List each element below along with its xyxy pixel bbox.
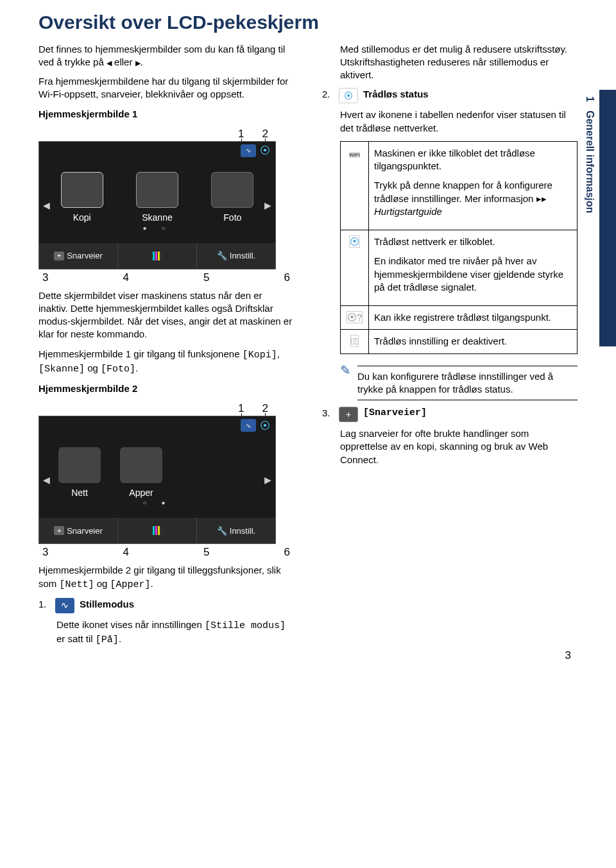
after-fig1: Dette skjermbildet viser maskinens statu… xyxy=(38,289,294,341)
home1-title: Hjemmeskjermbilde 1 xyxy=(38,108,294,121)
item-3-text: Lag snarveier for ofte brukte handlinger… xyxy=(340,427,578,466)
figure-1: 1 2 ∿ ⦿ ◀ ▶ Kopi xyxy=(38,127,294,285)
intro-1a: Det finnes to hjemmeskjermbilder som du … xyxy=(38,44,285,67)
innstill-label-2: Innstill. xyxy=(230,525,255,537)
intro-1: Det finnes to hjemmeskjermbilder som du … xyxy=(38,43,294,69)
r1b-a: Trykk på denne knappen for å konfigurere… xyxy=(374,180,552,203)
i1t-c: . xyxy=(119,633,121,644)
quiet-badge-icon: ∿ xyxy=(55,598,74,613)
snarveier-button-2[interactable]: + Snarveier xyxy=(39,518,118,543)
item-1-num: 1. xyxy=(38,598,50,611)
kopi-label: Kopi xyxy=(61,212,103,224)
callout-4b: 4 xyxy=(123,545,129,560)
lcd-screen-1: ∿ ⦿ ◀ ▶ Kopi Skanne xyxy=(38,141,276,269)
callout-3: 3 xyxy=(42,271,48,285)
callout-2b: 2 xyxy=(262,402,268,416)
arrows-icon: ▸▸ xyxy=(536,193,547,204)
ink-button[interactable] xyxy=(118,243,197,269)
af1b-end: . xyxy=(135,362,138,373)
callout-6: 6 xyxy=(284,271,290,285)
r1b-b: Hurtigstartguide xyxy=(374,206,442,217)
nav-left-icon[interactable]: ◀ xyxy=(43,200,50,212)
wifi-status-table: WIFI Maskinen er ikke tilkoblet det tråd… xyxy=(340,141,578,354)
item-1: 1. ∿ Stillemodus xyxy=(38,598,294,613)
plus-icon-2: + xyxy=(54,526,64,535)
r2a: Trådløst nettverk er tilkoblet. xyxy=(374,235,572,248)
skanne-label: Skanne xyxy=(136,212,178,224)
figure-2: 1 2 ∿ ⦿ ◀ ▶ Nett xyxy=(38,402,294,560)
callouts-bottom-1: 3 4 5 6 xyxy=(38,269,294,285)
foto-label: Foto xyxy=(211,212,253,224)
i1t-m2: [På] xyxy=(96,634,119,645)
foto-button[interactable]: Foto xyxy=(211,172,253,224)
wifi-text-icon: WIFI xyxy=(349,152,360,158)
ink-button-2[interactable] xyxy=(118,518,197,543)
af2-e: . xyxy=(151,578,153,589)
arrow-right-tri: ▶ xyxy=(135,59,141,67)
item-3-num: 3. xyxy=(322,407,334,420)
callout-1b: 1 xyxy=(238,402,244,416)
wifi-badge-icon: ⦿ xyxy=(339,88,358,103)
nett-button[interactable]: Nett xyxy=(58,447,101,499)
wifi-question-icon: ⦿? xyxy=(346,311,363,323)
callouts-top-2: 1 2 xyxy=(38,402,294,416)
table-row: ⦿ Trådløst nettverk er tilkoblet. En ind… xyxy=(341,230,578,306)
ink-icon-2 xyxy=(153,526,162,535)
item-2-num: 2. xyxy=(322,88,334,101)
innstill-button-2[interactable]: 🔧 Innstill. xyxy=(197,518,275,543)
side-tab xyxy=(599,90,616,346)
nav-right-icon[interactable]: ▶ xyxy=(264,200,271,212)
callout-5b: 5 xyxy=(203,545,209,560)
snarveier-label: Snarveier xyxy=(67,250,103,262)
wifi-icon[interactable]: ⦿ xyxy=(260,144,270,158)
apper-button[interactable]: Apper xyxy=(120,447,162,499)
i1t-a: Dette ikonet vises når innstillingen xyxy=(56,619,205,630)
side-tab-text: 1 Generell informasjon xyxy=(583,96,597,213)
lcd-screen-2: ∿ ⦿ ◀ ▶ Nett Apper ○ ● xyxy=(38,416,276,544)
af1b-a: Hjemmeskjermbilde 1 gir tilgang til funk… xyxy=(38,348,243,359)
nav-right-icon-2[interactable]: ▶ xyxy=(264,474,271,486)
page-dots-2: ○ ● xyxy=(39,498,275,510)
tools-icon-2: 🔧 xyxy=(217,525,227,537)
nav-left-icon-2[interactable]: ◀ xyxy=(43,474,50,486)
page-dots: ● ○ xyxy=(39,224,275,235)
af1b-s1: , xyxy=(277,348,280,359)
plus-icon: + xyxy=(54,251,64,260)
right-column: Med stillemodus er det mulig å redusere … xyxy=(322,43,578,654)
table-row: ⦿? Kan ikke registrere trådløst tilgangs… xyxy=(341,306,578,330)
i1t-b: er satt til xyxy=(56,633,96,644)
page-number: 3 xyxy=(565,649,571,663)
note-box: ✎ Du kan konfigurere trådløse innstillin… xyxy=(340,362,578,401)
item-2: 2. ⦿ Trådløs status xyxy=(322,88,578,103)
callout-4: 4 xyxy=(123,271,129,285)
af1b-skanne: [Skanne] xyxy=(38,364,85,375)
page-title: Oversikt over LCD-pekeskjerm xyxy=(38,12,578,34)
innstill-button[interactable]: 🔧 Innstill. xyxy=(197,243,275,269)
item-3: 3. + [Snarveier] xyxy=(322,407,578,422)
r4: Trådløs innstilling er deaktivert. xyxy=(369,330,578,353)
af2-nett: [Nett] xyxy=(60,579,94,590)
af1b-s2: og xyxy=(85,362,101,373)
innstill-label: Innstill. xyxy=(230,250,255,262)
r3: Kan ikke registrere trådløst tilgangspun… xyxy=(369,306,578,330)
callouts-bottom-2: 3 4 5 6 xyxy=(38,544,294,560)
skanne-button[interactable]: Skanne xyxy=(136,172,178,224)
table-row: WIFI Maskinen er ikke tilkoblet det tråd… xyxy=(341,141,578,230)
note-text: Du kan konfigurere trådløse innstillinge… xyxy=(357,366,578,401)
intro-1b: eller xyxy=(112,56,135,67)
snarveier-button[interactable]: + Snarveier xyxy=(39,243,118,269)
af1b-foto: [Foto] xyxy=(101,364,135,375)
item-3-label: [Snarveier] xyxy=(363,407,427,420)
callout-5: 5 xyxy=(203,271,209,285)
kopi-button[interactable]: Kopi xyxy=(61,172,103,224)
tools-icon: 🔧 xyxy=(217,250,227,262)
item-2-text: Hvert av ikonene i tabellen nedenfor vis… xyxy=(340,108,578,135)
quiet-mode-icon[interactable]: ∿ xyxy=(241,144,256,157)
r2b: En indikator med tre nivåer på hver av h… xyxy=(374,255,572,294)
wifi-icon-2[interactable]: ⦿ xyxy=(260,419,270,433)
callout-2: 2 xyxy=(262,127,268,141)
quiet-mode-icon-2[interactable]: ∿ xyxy=(241,419,256,432)
intro-1c: . xyxy=(141,56,143,67)
intro-2: Fra hjemmeskjermbildene har du tilgang t… xyxy=(38,75,294,101)
shortcuts-plus-icon: + xyxy=(339,407,358,422)
